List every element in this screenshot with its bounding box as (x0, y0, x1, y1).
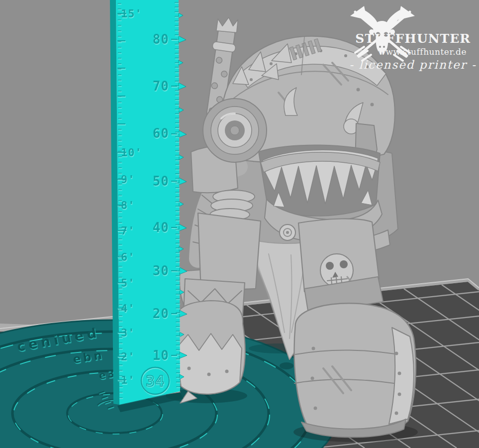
thigh-right (298, 219, 383, 314)
buckle-roundel (280, 224, 295, 240)
website-url: www.stuffhunter.de (379, 47, 467, 57)
feet-label-5: 5' (121, 277, 135, 289)
mm-label-30: 30 (153, 263, 169, 278)
lens-eye (203, 99, 267, 162)
feet-label-10: 10' (121, 146, 142, 159)
feet-label-6: 6' (121, 251, 135, 263)
feet-label-9: 9' (121, 173, 135, 186)
thigh-left (198, 213, 261, 291)
feet-label-7: 7' (121, 224, 135, 237)
mm-label-70: 70 (153, 79, 169, 94)
feet-label-8: 8' (121, 199, 135, 212)
feet-label-3: 3' (121, 327, 135, 339)
tagline: - licensed printer - (349, 58, 476, 71)
feet-label-4: 4' (121, 302, 135, 315)
scale-badge-text: 34 (146, 372, 165, 390)
render-viewport: ceniued ebn e3 (0, 0, 479, 448)
scene-canvas: ceniued ebn e3 (0, 0, 479, 448)
mm-label-60: 60 (153, 126, 169, 141)
mm-label-80: 80 (153, 32, 169, 47)
brand-name: STUFFHUNTER (355, 31, 471, 46)
scale-ruler: 15' 10' 9' 8' 7' 6' 5' 4' 3' 2' 1' 80 70… (110, 0, 187, 412)
boot-right (294, 303, 416, 437)
feet-label-1: 1' (121, 374, 135, 386)
mm-label-10: 10 (153, 348, 169, 363)
feet-label-2: 2' (121, 350, 135, 363)
feet-label-15: 15' (121, 7, 142, 20)
mm-label-50: 50 (153, 174, 169, 189)
mm-label-40: 40 (153, 220, 169, 235)
mm-label-20: 20 (153, 306, 169, 321)
